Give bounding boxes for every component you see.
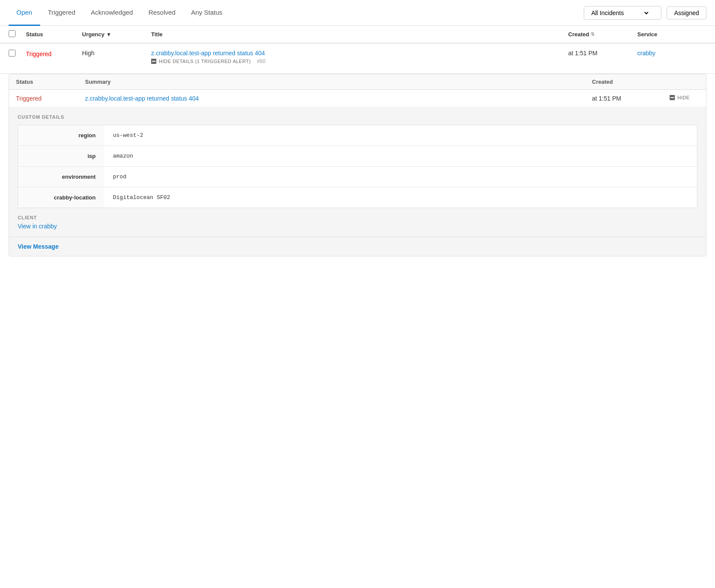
incident-title-link[interactable]: z.crabby.local.test-app returned status … [151,50,568,57]
inner-summary-link[interactable]: z.crabby.local.test-app returned status … [85,95,199,102]
table-header: Status Urgency ▼ Title Created ⇅ Service [0,26,715,44]
tab-any-status[interactable]: Any Status [183,0,230,26]
incident-checkbox[interactable] [9,50,16,57]
inner-status: Triggered [9,90,78,107]
key-isp: isp [18,146,104,167]
custom-detail-region: region us-west-2 [18,125,697,146]
inner-summary: z.crabby.local.test-app returned status … [78,90,585,107]
key-crabby-location: crabby-location [18,187,104,208]
hide-icon [151,59,156,64]
client-section: CLIENT View in crabby [9,208,706,237]
col-header-urgency[interactable]: Urgency ▼ [82,31,151,38]
assigned-button[interactable]: Assigned [667,6,706,19]
inner-col-status: Status [9,74,78,90]
custom-detail-environment: environment prod [18,167,697,187]
tab-acknowledged[interactable]: Acknowledged [83,0,141,26]
hide-details-button[interactable]: HIDE DETAILS (1 triggered alert) [151,59,251,64]
val-region: us-west-2 [104,125,697,146]
incident-urgency: High [82,50,95,57]
col-header-title: Title [151,31,568,38]
tab-triggered[interactable]: Triggered [40,0,83,26]
incident-status: Triggered [26,51,51,57]
inner-col-summary: Summary [78,74,585,90]
inner-col-action [663,74,706,90]
incident-row: Triggered High z.crabby.local.test-app r… [0,44,715,74]
val-isp: amazon [104,146,697,167]
col-header-status: Status [26,31,82,38]
custom-details-table: region us-west-2 isp amazon environment … [18,125,697,208]
incidents-select[interactable]: All Incidents [589,9,650,17]
col-header-created[interactable]: Created ⇅ [568,31,637,38]
custom-details-section: CUSTOM DETAILS region us-west-2 isp amaz… [9,107,706,208]
incident-service-link[interactable]: crabby [637,50,655,57]
inner-col-created: Created [585,74,663,90]
tabs-bar: Open Triggered Acknowledged Resolved Any… [0,0,715,26]
val-environment: prod [104,167,697,187]
details-panel: Status Summary Created Triggered z.crabb… [9,74,706,256]
view-message-section: View Message [9,237,706,256]
view-in-crabby-link[interactable]: View in crabby [18,223,57,230]
sort-icon: ⇅ [591,32,595,37]
inner-hide-cell: HIDE [663,90,706,107]
inner-hide-icon [670,95,675,100]
incident-number: #60 [257,58,266,64]
tab-resolved[interactable]: Resolved [141,0,183,26]
inner-created: at 1:51 PM [585,90,663,107]
view-message-link[interactable]: View Message [18,243,59,250]
inner-alert-table: Status Summary Created Triggered z.crabb… [9,74,706,107]
tab-open[interactable]: Open [9,0,40,26]
inner-table-row: Triggered z.crabby.local.test-app return… [9,90,706,107]
incident-created: at 1:51 PM [568,50,598,57]
custom-details-label: CUSTOM DETAILS [18,114,697,120]
filter-icon: ▼ [106,32,111,38]
val-crabby-location: Digitalocean SF02 [104,187,697,208]
select-all-checkbox[interactable] [9,30,16,37]
inner-hide-label[interactable]: HIDE [677,95,690,100]
client-label: CLIENT [18,215,697,220]
all-incidents-dropdown[interactable]: All Incidents [584,6,661,20]
key-region: region [18,125,104,146]
key-environment: environment [18,167,104,187]
custom-detail-crabby-location: crabby-location Digitalocean SF02 [18,187,697,208]
col-header-service: Service [637,31,706,38]
custom-detail-isp: isp amazon [18,146,697,167]
